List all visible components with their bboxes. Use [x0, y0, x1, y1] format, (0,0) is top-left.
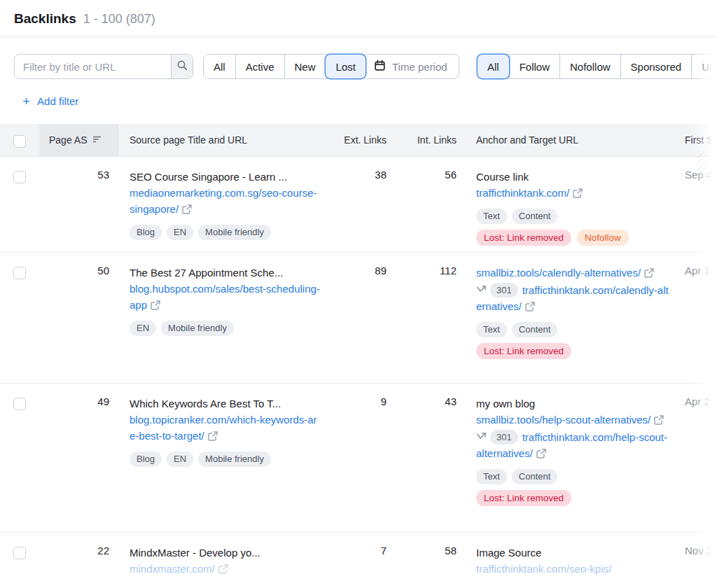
search-button[interactable]: [171, 55, 193, 78]
external-link-icon[interactable]: [208, 429, 218, 445]
title-url-filter: [14, 54, 193, 79]
first-seen-value: Sep 4: [676, 157, 717, 252]
follow-tab-all[interactable]: All: [478, 55, 509, 78]
result-range: 1 - 100 (807): [83, 12, 155, 27]
target-url-link[interactable]: smallbiz.tools/help-scout-alternatives/: [476, 414, 650, 426]
table-row: 22 MindxMaster - Develop yo... mindxmast…: [0, 533, 717, 588]
source-title: SEO Course Singapore - Learn ...: [130, 169, 322, 185]
tag: Blog: [130, 451, 162, 467]
row-checkbox[interactable]: [13, 398, 26, 410]
follow-tab-follow[interactable]: Follow: [509, 55, 559, 78]
tag: EN: [130, 321, 156, 336]
lost-badge: Lost: Link removed: [476, 230, 571, 246]
source-title: MindxMaster - Develop yo...: [130, 545, 322, 561]
backlinks-report: Backlinks 1 - 100 (807) All Active New L…: [0, 0, 717, 588]
row-checkbox[interactable]: [13, 171, 26, 183]
ext-links-value: 89: [329, 253, 396, 383]
first-seen-value: Apr 1: [676, 253, 717, 383]
external-link-icon[interactable]: [182, 202, 192, 218]
external-link-icon[interactable]: [151, 298, 160, 314]
column-header-source[interactable]: Source page Title and URL: [119, 124, 329, 156]
first-seen-value: Apr 2: [676, 384, 717, 532]
sort-icon: [92, 134, 102, 146]
external-link-icon[interactable]: [644, 266, 654, 282]
page-as-value: 50: [39, 253, 119, 383]
page-as-value: 53: [39, 157, 119, 252]
source-url-link[interactable]: blog.topicranker.com/which-keywords-are-…: [130, 414, 317, 442]
ext-links-value: 7: [329, 533, 396, 588]
source-url-link[interactable]: mindxmaster.com/: [130, 563, 215, 575]
table-row: 50 The Best 27 Appointment Sche... blog.…: [0, 253, 717, 384]
follow-tab-sponsored[interactable]: Sponsored: [620, 55, 692, 78]
calendar-icon: [374, 59, 386, 74]
row-checkbox[interactable]: [13, 547, 26, 559]
redirect-icon: [476, 431, 487, 443]
tag: EN: [167, 225, 193, 240]
external-link-icon[interactable]: [525, 300, 535, 316]
time-period-button[interactable]: Time period: [362, 54, 459, 79]
column-header-int-links[interactable]: Int. Links: [396, 124, 466, 156]
nofollow-badge: Nofollow: [577, 230, 629, 246]
source-title: The Best 27 Appointment Sche...: [130, 265, 322, 281]
tag: Content: [512, 209, 558, 224]
table-row: 49 Which Keywords Are Best To T... blog.…: [0, 384, 717, 533]
time-period-label: Time period: [392, 61, 447, 73]
first-seen-value: Nov 2: [676, 533, 717, 588]
int-links-value: 56: [396, 157, 466, 252]
tag: Content: [512, 469, 558, 484]
select-all-checkbox[interactable]: [13, 135, 26, 148]
follow-segmented-control: All Follow Nofollow Sponsored UGC: [477, 54, 717, 79]
external-link-icon[interactable]: [573, 186, 583, 202]
report-header: Backlinks 1 - 100 (807): [0, 0, 717, 37]
follow-tab-ugc[interactable]: UGC: [691, 55, 717, 78]
tag: Mobile friendly: [161, 321, 234, 336]
source-tags: Blog EN Mobile friendly: [130, 451, 322, 467]
source-tags: EN Mobile friendly: [130, 321, 322, 336]
search-icon: [176, 59, 188, 74]
column-header-anchor[interactable]: Anchor and Target URL: [466, 124, 676, 156]
source-url-link[interactable]: mediaonemarketing.com.sg/seo-course-sing…: [130, 187, 317, 215]
target-url-link[interactable]: smallbiz.tools/calendly-alternatives/: [476, 267, 641, 279]
target-url-link[interactable]: trafficthinktank.com/seo-kpis/: [476, 563, 611, 575]
status-tab-lost[interactable]: Lost: [326, 55, 366, 78]
status-tab-all[interactable]: All: [204, 55, 235, 78]
source-tags: Blog EN Mobile friendly: [130, 225, 322, 240]
follow-tab-nofollow[interactable]: Nofollow: [559, 55, 620, 78]
source-title: Which Keywords Are Best To T...: [130, 396, 322, 412]
tag: Text: [476, 322, 507, 337]
status-tab-new[interactable]: New: [284, 55, 326, 78]
link-tags: Text Content: [476, 209, 669, 224]
tag: Mobile friendly: [198, 451, 271, 467]
tag: Blog: [130, 225, 162, 240]
table-row: 53 SEO Course Singapore - Learn ... medi…: [0, 157, 717, 253]
int-links-value: 112: [396, 253, 466, 383]
tag: Content: [512, 322, 558, 337]
search-input[interactable]: [15, 55, 171, 78]
external-link-icon[interactable]: [654, 413, 664, 429]
backlinks-table: Page AS Source page Title and URL Ext. L…: [0, 124, 717, 588]
external-link-icon[interactable]: [218, 562, 228, 578]
redirect-code-badge: 301: [490, 430, 518, 444]
tag: Mobile friendly: [198, 225, 271, 240]
tag: Text: [476, 209, 507, 224]
int-links-value: 43: [396, 384, 466, 532]
anchor-text: Image Source: [476, 545, 669, 561]
link-tags: Text Content: [476, 469, 669, 484]
external-link-icon[interactable]: [536, 447, 546, 463]
ext-links-value: 38: [329, 157, 396, 252]
anchor-text: my own blog: [476, 396, 669, 412]
redirect-code-badge: 301: [490, 283, 518, 298]
row-checkbox[interactable]: [13, 267, 26, 279]
tag: EN: [167, 451, 193, 467]
add-filter-button[interactable]: + Add filter: [22, 94, 78, 108]
column-header-page-as[interactable]: Page AS: [39, 124, 119, 156]
column-header-first-seen[interactable]: First Seen: [676, 124, 717, 156]
redirect-icon: [476, 284, 487, 296]
filter-toolbar: All Active New Lost Time period All Foll…: [0, 54, 717, 79]
status-tab-active[interactable]: Active: [235, 55, 284, 78]
target-url-link[interactable]: trafficthinktank.com/: [476, 187, 569, 199]
column-header-ext-links[interactable]: Ext. Links: [329, 124, 396, 156]
page-title: Backlinks: [14, 11, 76, 27]
page-as-value: 49: [39, 384, 119, 532]
link-tags: Text Content: [476, 322, 669, 337]
